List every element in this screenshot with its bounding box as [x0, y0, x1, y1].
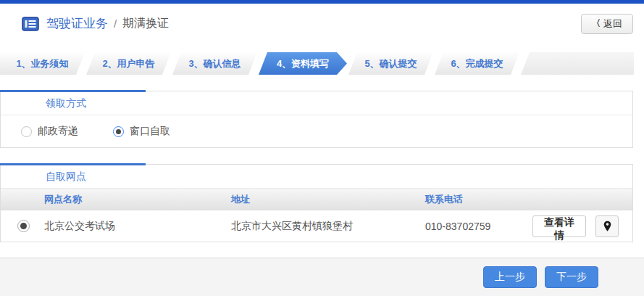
column-header-name: 网点名称 [44, 193, 231, 206]
cell-point-name: 北京公交考试场 [44, 220, 231, 233]
next-step-button[interactable]: 下一步 [545, 266, 598, 288]
pickup-method-section-title: 领取方式 [1, 91, 632, 115]
page-header: 驾驶证业务 / 期满换证 〈 返回 [0, 4, 644, 44]
back-button[interactable]: 〈 返回 [581, 14, 633, 34]
table-header-row: 网点名称 地址 联系电话 [1, 189, 632, 210]
step-5-confirm-submit[interactable]: 5、确认提交 [348, 52, 433, 75]
radio-option-postal-delivery[interactable]: 邮政寄递 [21, 125, 78, 138]
page-title: 驾驶证业务 [46, 15, 108, 32]
radio-option-window-pickup[interactable]: 窗口自取 [113, 125, 170, 138]
radio-checked-icon [113, 126, 124, 137]
pickup-points-section-title: 自取网点 [1, 165, 632, 189]
business-list-icon [22, 17, 39, 31]
back-button-label: 返回 [603, 17, 622, 30]
pickup-points-section: 自取网点 网点名称 地址 联系电话 北京公交考试场 北京市大兴区黄村镇狼堡村 0… [0, 164, 633, 242]
wizard-steps: 1、业务须知 2、用户申告 3、确认信息 4、资料填写 5、确认提交 6、完成提… [0, 52, 634, 75]
breadcrumb-current: 期满换证 [122, 16, 169, 31]
radio-option-label: 邮政寄递 [38, 125, 78, 138]
column-header-phone: 联系电话 [425, 193, 532, 206]
radio-unchecked-icon [21, 126, 32, 137]
pickup-method-options: 邮政寄递 窗口自取 [1, 115, 632, 147]
wizard-footer: 上一步 下一步 [0, 258, 644, 296]
pickup-method-section: 领取方式 邮政寄递 窗口自取 [0, 91, 633, 148]
step-2-user-declaration[interactable]: 2、用户申告 [86, 52, 171, 75]
view-details-button[interactable]: 查看详情 [532, 215, 586, 237]
steps-filler [521, 52, 634, 75]
step-3-confirm-info[interactable]: 3、确认信息 [172, 52, 257, 75]
breadcrumb-separator: / [114, 17, 117, 30]
table-row: 北京公交考试场 北京市大兴区黄村镇狼堡村 010-83702759 查看详情 [1, 210, 632, 242]
radio-option-label: 窗口自取 [130, 125, 170, 138]
column-header-address: 地址 [231, 193, 425, 206]
step-6-complete-submit[interactable]: 6、完成提交 [435, 52, 519, 75]
row-radio-selected[interactable] [17, 220, 30, 232]
cell-point-phone: 010-83702759 [425, 221, 532, 232]
map-location-button[interactable] [595, 215, 619, 237]
step-1-business-notice[interactable]: 1、业务须知 [0, 52, 85, 75]
row-actions: 查看详情 [532, 215, 632, 237]
cell-point-address: 北京市大兴区黄村镇狼堡村 [231, 220, 425, 233]
step-4-fill-materials[interactable]: 4、资料填写 [259, 52, 347, 75]
previous-step-button[interactable]: 上一步 [483, 266, 537, 288]
chevron-left-icon: 〈 [592, 17, 601, 30]
location-pin-icon [603, 221, 611, 232]
